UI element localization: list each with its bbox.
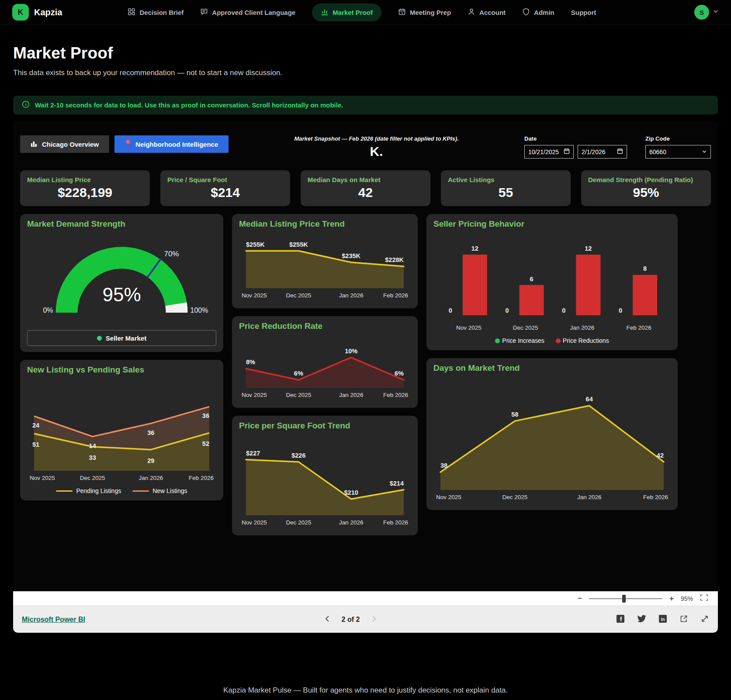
chart-title: Median Listing Price Trend [239,219,411,229]
value-label: 52 [202,440,209,447]
value-label: 36 [147,429,154,436]
page-footer: Kapzia Market Pulse — Built for agents w… [0,686,731,700]
charts-col-2: Median Listing Price Trend $255K$255K$23… [232,214,418,535]
nav-item-decision-brief[interactable]: Decision Brief [128,8,184,17]
pin-icon [125,140,131,148]
bar-value-label: 12 [471,245,478,252]
x-axis-label: Feb 2026 [383,392,408,398]
green-dot [495,338,500,343]
avatar[interactable]: S [694,5,709,20]
value-label: $255K [289,241,308,248]
kpi-row: Median Listing Price $228,199 Price / Sq… [20,170,711,206]
gauge-legend: Seller Market [27,330,216,346]
x-axis-label: Jan 2026 [339,292,364,299]
date-from-input[interactable]: 10/21/2025 [524,145,574,159]
zip-value: 60660 [649,148,666,155]
calendar-icon [398,8,406,17]
x-axis-label: Nov 2025 [436,494,461,500]
kpi-value: $214 [167,185,283,200]
tab-chicago-overview[interactable]: Chicago Overview [20,135,109,153]
x-axis-label: Feb 2026 [383,292,408,299]
kpi-label: Active Listings [448,176,564,183]
charts-col-1: Market Demand Strength 95%0%100%70% Sell… [20,214,223,500]
chart-title: Market Demand Strength [27,219,216,229]
price-per-sqft-trend-card: Price per Square Foot Trend $227$226$210… [232,416,418,535]
price-reduction-bar [463,255,487,315]
value-label: 36 [202,412,209,419]
expand-icon[interactable] [700,614,709,625]
zero-value-label: 0 [506,307,509,314]
value-label: $235K [342,252,360,259]
footer-tagline: Kapzia Market Pulse — Built for agents w… [0,686,731,695]
tab-neighborhood-intelligence[interactable]: Neighborhood Intelligence [114,135,229,153]
shield-icon [522,8,530,17]
brand[interactable]: K Kapzia [12,4,62,21]
x-axis-label: Feb 2026 [643,494,668,500]
zoom-in-button[interactable]: + [669,594,674,603]
zip-filter-label: Zip Code [645,135,711,142]
ppsf-chart: $227$226$210$214Nov 2025Dec 2025Jan 2026… [239,433,411,528]
gauge-rest-arc [176,304,177,313]
twitter-icon[interactable] [637,615,646,624]
area-fill [246,358,404,388]
zoom-slider-handle[interactable] [622,595,626,603]
fit-to-page-icon[interactable] [700,594,708,603]
days-on-market-trend-card: Days on Market Trend 38586442Nov 2025Dec… [426,358,678,510]
area-fill [246,460,404,515]
value-label: 14 [89,442,96,449]
nav-item-market-proof[interactable]: Market Proof [312,3,381,21]
report-filters: Date 10/21/2025 2/1/2026 [524,135,711,159]
linkedin-icon[interactable]: in [658,614,667,625]
chart-title: Seller Pricing Behavior [433,219,671,229]
report-header: Chicago Overview Neighborhood Intelligen… [20,135,711,159]
chat-icon [200,8,208,17]
kpi-price-per-sqft: Price / Square Foot $214 [160,170,290,206]
zip-filter-group: Zip Code 60660 [645,135,711,159]
x-axis-label: Dec 2025 [286,292,311,299]
value-label: 51 [32,441,39,448]
red-dot [556,338,561,343]
date-to-input[interactable]: 2/1/2026 [578,145,627,159]
x-axis-label: Dec 2025 [502,494,527,500]
charts-col-3: Seller Pricing Behavior 012Nov 202506Dec… [426,214,678,510]
facebook-icon[interactable]: f [616,614,625,625]
page-title: Market Proof [13,44,718,62]
share-icon[interactable] [679,614,688,625]
prev-page-chevron[interactable] [324,615,330,624]
gauge-target-label: 70% [164,250,179,258]
yellow-line-swatch [56,490,73,492]
next-page-chevron[interactable] [371,615,377,624]
value-label: 64 [586,396,593,403]
nav-item-admin[interactable]: Admin [522,8,554,17]
nav-item-label: Account [479,9,506,16]
powerbi-link[interactable]: Microsoft Power BI [22,616,85,624]
zip-select[interactable]: 60660 [645,145,711,159]
page-indicator: 2 of 2 [342,616,360,624]
zoom-slider[interactable] [589,598,662,599]
nav-user-menu[interactable]: S [694,5,719,20]
user-icon [468,8,475,17]
kpi-label: Demand Strength (Pending Ratio) [588,176,704,183]
nav-item-label: Decision Brief [139,9,184,16]
chart-title: Price per Square Foot Trend [239,421,411,431]
zoom-value: 95% [681,595,693,602]
nav-item-approved-client-language[interactable]: Approved Client Language [200,8,295,17]
load-banner: Wait 2-10 seconds for data to load. Use … [13,96,718,114]
x-axis-label: Nov 2025 [30,475,55,481]
zero-value-label: 0 [562,307,565,314]
page-subtitle: This data exists to back up your recomme… [13,69,718,77]
zoom-out-button[interactable]: − [578,594,582,603]
seller-market-dot [97,336,102,341]
nav-item-support[interactable]: Support [571,9,596,16]
page-navigation: 2 of 2 [85,615,616,624]
snapshot-block: Market Snapshot — Feb 2026 (date filter … [229,135,524,159]
powerbi-action-bar: Microsoft Power BI 2 of 2 f in [13,606,718,633]
value-label: $227 [246,450,260,457]
brand-logo: K [12,4,29,21]
value-label: 29 [147,457,154,464]
nav-item-label: Meeting Prep [410,9,451,16]
nav-item-meeting-prep[interactable]: Meeting Prep [398,8,451,17]
kpi-value: 55 [448,185,564,200]
nav-item-account[interactable]: Account [468,8,506,17]
seller-pricing-chart: 012Nov 202506Dec 2025012Jan 202608Feb 20… [433,231,671,333]
